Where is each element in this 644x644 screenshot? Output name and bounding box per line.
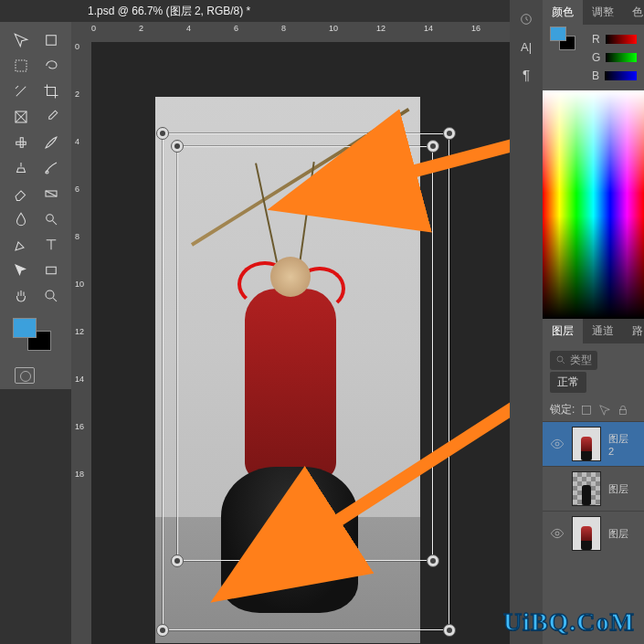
- layers-panel: 类型 正常 锁定: 图层 2图层图层: [543, 343, 644, 644]
- quick-mask-toggle[interactable]: [15, 367, 35, 384]
- layer-row[interactable]: 图层: [543, 511, 644, 555]
- blend-mode-select[interactable]: 正常: [550, 372, 586, 393]
- ruler-tick: 6: [234, 24, 238, 33]
- horizontal-type-tool[interactable]: [37, 233, 65, 257]
- ruler-tick: 16: [75, 422, 84, 431]
- spot-healing-tool[interactable]: [6, 131, 35, 154]
- clone-stamp-tool[interactable]: [6, 156, 35, 180]
- move-tool[interactable]: [6, 28, 35, 52]
- ruler-tick: 4: [186, 24, 191, 33]
- ruler-origin[interactable]: [71, 22, 91, 42]
- rectangle-tool[interactable]: [37, 259, 65, 282]
- layers-panel-tabs: 图层 通道 路: [543, 319, 644, 343]
- tab-swatches[interactable]: 色: [623, 0, 644, 25]
- vertical-ruler[interactable]: 024681012141618: [71, 42, 91, 644]
- right-panels: A| ¶ 颜色 调整 色 R G B: [510, 0, 644, 644]
- layer-name[interactable]: 图层: [608, 482, 628, 496]
- svg-point-17: [555, 532, 559, 535]
- tools-panel: [0, 22, 71, 389]
- canvas-viewport[interactable]: [91, 42, 510, 644]
- layer-filter[interactable]: 类型: [550, 351, 597, 370]
- tab-channels[interactable]: 通道: [583, 319, 623, 343]
- ruler-tick: 12: [376, 24, 385, 33]
- layer-visibility-toggle[interactable]: [550, 481, 565, 496]
- lock-label: 锁定:: [550, 402, 575, 417]
- blur-tool[interactable]: [6, 207, 35, 231]
- layer-thumbnail[interactable]: [572, 471, 601, 506]
- crop-tool[interactable]: [37, 79, 65, 103]
- tab-adjustments[interactable]: 调整: [583, 0, 623, 25]
- frame-tool[interactable]: [6, 105, 35, 129]
- character-icon[interactable]: A|: [510, 33, 543, 60]
- path-selection-tool[interactable]: [6, 259, 35, 282]
- ruler-tick: 14: [424, 24, 433, 33]
- transform-handle-sw[interactable]: [156, 624, 169, 637]
- transform-handle-inner-se[interactable]: [427, 554, 439, 567]
- slider-r[interactable]: [606, 35, 637, 44]
- svg-rect-3: [16, 142, 26, 144]
- canvas-area: 0246810121416 024681012141618: [71, 22, 510, 644]
- document-title: 1.psd @ 66.7% (图层 2, RGB/8) *: [88, 5, 250, 17]
- artboard-tool[interactable]: [37, 28, 65, 52]
- ruler-tick: 6: [75, 185, 79, 194]
- hand-tool[interactable]: [6, 284, 35, 308]
- paragraph-icon[interactable]: ¶: [510, 60, 543, 88]
- artboard-image: [155, 97, 420, 643]
- ruler-tick: 12: [75, 327, 84, 336]
- transform-handle-ne[interactable]: [443, 127, 456, 140]
- rectangular-marquee-tool[interactable]: [6, 54, 35, 78]
- svg-rect-8: [46, 267, 56, 274]
- history-brush-tool[interactable]: [37, 156, 65, 180]
- transform-handle-nw[interactable]: [156, 127, 169, 140]
- foreground-color-swatch[interactable]: [13, 318, 37, 338]
- tab-paths[interactable]: 路: [623, 319, 644, 343]
- svg-rect-1: [16, 60, 26, 71]
- magic-wand-tool[interactable]: [6, 79, 35, 103]
- pen-tool[interactable]: [6, 233, 35, 257]
- horizontal-ruler[interactable]: 0246810121416: [91, 22, 510, 42]
- transform-handle-se[interactable]: [443, 624, 456, 637]
- dodge-tool[interactable]: [37, 207, 65, 231]
- ruler-tick: 4: [75, 137, 79, 146]
- history-icon[interactable]: [510, 5, 543, 33]
- color-spectrum[interactable]: [543, 90, 644, 319]
- zoom-tool[interactable]: [37, 284, 65, 308]
- svg-point-9: [46, 290, 54, 299]
- gradient-tool[interactable]: [37, 182, 65, 206]
- color-sliders: R G B: [543, 25, 644, 90]
- svg-point-5: [46, 171, 48, 174]
- ruler-tick: 0: [91, 24, 96, 33]
- ruler-tick: 14: [75, 375, 84, 384]
- ruler-tick: 18: [75, 470, 84, 479]
- ruler-tick: 8: [281, 24, 286, 33]
- slider-b[interactable]: [605, 71, 637, 80]
- lock-all-icon[interactable]: [617, 404, 629, 417]
- slider-g[interactable]: [606, 53, 637, 62]
- layer-row[interactable]: 图层: [543, 466, 644, 511]
- ruler-tick: 10: [329, 24, 338, 33]
- document-tab[interactable]: 1.psd @ 66.7% (图层 2, RGB/8) *: [79, 0, 259, 22]
- layer-name[interactable]: 图层: [608, 527, 628, 541]
- ruler-tick: 2: [139, 24, 143, 33]
- lasso-tool[interactable]: [37, 54, 65, 78]
- layer-name[interactable]: 图层 2: [608, 432, 637, 457]
- layer-thumbnail[interactable]: [572, 427, 601, 461]
- tab-layers[interactable]: 图层: [543, 319, 583, 343]
- layer-visibility-toggle[interactable]: [550, 437, 565, 451]
- layer-visibility-toggle[interactable]: [550, 526, 565, 541]
- statue-base-rock: [221, 467, 358, 613]
- color-swatches[interactable]: [13, 318, 55, 354]
- transform-handle-inner-ne[interactable]: [427, 140, 439, 153]
- lock-pixels-icon[interactable]: [580, 404, 593, 417]
- layer-thumbnail[interactable]: [572, 516, 601, 551]
- tab-color[interactable]: 颜色: [543, 0, 583, 25]
- transform-handle-inner-sw[interactable]: [171, 554, 184, 567]
- lock-position-icon[interactable]: [598, 404, 611, 417]
- brush-tool[interactable]: [37, 131, 65, 154]
- transform-handle-inner-nw[interactable]: [171, 140, 184, 153]
- eyedropper-tool[interactable]: [37, 105, 65, 129]
- panel-color-swatches[interactable]: [550, 26, 581, 52]
- layer-row[interactable]: 图层 2: [543, 421, 644, 466]
- layer-filter-label: 类型: [570, 353, 592, 368]
- eraser-tool[interactable]: [6, 182, 35, 206]
